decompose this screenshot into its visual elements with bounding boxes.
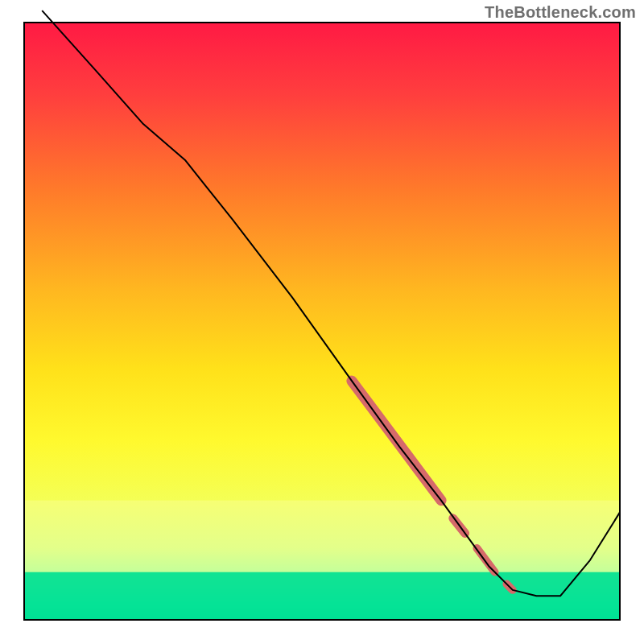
chart-container: TheBottleneck.com [0, 0, 644, 644]
plot-area [24, 10, 620, 620]
watermark-text: TheBottleneck.com [485, 3, 636, 22]
green-band [24, 572, 620, 620]
pale-band [24, 501, 620, 572]
chart-svg [0, 0, 644, 644]
